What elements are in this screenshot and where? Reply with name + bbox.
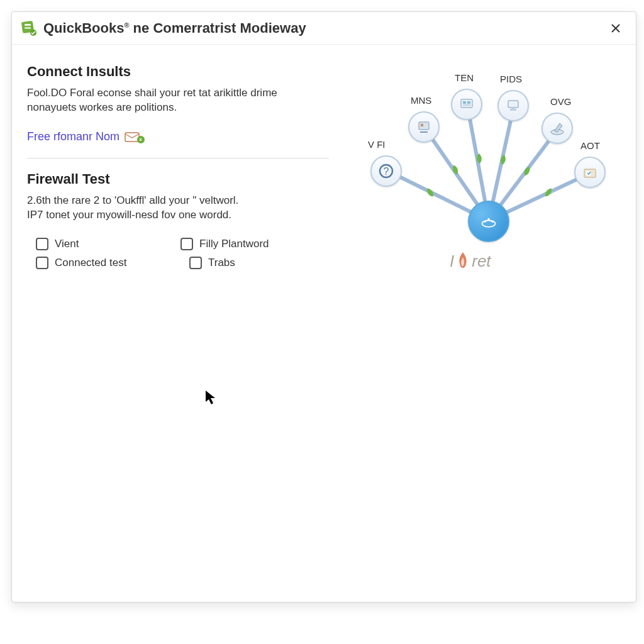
dialog-window: QuickBooks® ne Comerratrist Modieway Con… [11,11,636,602]
title-prefix: QuickBooks [43,20,124,36]
section1-title: Connect Insults [27,64,329,80]
svg-rect-16 [419,122,429,130]
section2-desc: 2.6th the rare 2 to 'Oukffl' alld your "… [27,194,329,223]
checkbox-icon[interactable] [180,238,193,250]
svg-rect-17 [461,99,472,108]
dialog-body: Connect Insults Fool.DO Foral econse sha… [12,45,636,305]
node-vfi: ? [370,155,402,187]
free-link-text[interactable]: Free rfomanr Nom [27,130,119,143]
section2-desc-line2: IP7 tonet your myowill-nesd fov one word… [27,209,231,221]
free-link-row[interactable]: Free rfomanr Nom [27,130,329,144]
section2-desc-line1: 2.6th the rare 2 to 'Oukffl' alld your "… [27,194,238,206]
svg-rect-4 [125,133,139,142]
svg-rect-1 [25,24,31,26]
svg-text:?: ? [384,166,389,177]
svg-rect-23 [512,108,514,109]
cursor-icon [204,389,217,406]
node-label-pids: PIDS [500,74,522,84]
svg-rect-18 [463,101,466,104]
checkbox-label: Trabs [208,257,235,269]
flame-icon [455,251,470,271]
node-ten [451,89,482,120]
checkbox-icon[interactable] [189,257,202,269]
divider [27,158,329,158]
window-title: QuickBooks® ne Comerratrist Modieway [43,20,306,36]
node-label-ovg: OVG [550,96,571,107]
network-diagram: ? V FI MNS TEN PIDS [357,57,621,290]
close-button[interactable] [604,17,627,40]
checkbox-trabs[interactable]: Trabs [189,257,235,269]
leaf-icon [497,153,510,167]
titlebar: QuickBooks® ne Comerratrist Modieway [12,12,636,45]
brand-logo: I ret [450,251,491,271]
checkbox-label: Connected test [55,257,126,269]
leaf-icon [473,152,486,165]
brand-suffix: ret [472,252,491,271]
node-mns [408,111,440,143]
checkbox-icon[interactable] [36,238,48,250]
right-column: ? V FI MNS TEN PIDS [329,64,621,290]
left-column: Connect Insults Fool.DO Foral econse sha… [27,64,329,290]
svg-rect-21 [508,101,518,108]
node-label-aot: AOT [580,140,600,151]
svg-rect-20 [463,104,470,106]
section1-desc: Fool.DO Foral econse shail your ret tat … [27,86,329,115]
node-ovg [541,113,573,144]
stamp-icon [125,130,146,144]
node-label-ten: TEN [455,72,474,83]
checkbox-vient[interactable]: Vient [36,238,180,250]
section2-title: Firewall Test [27,171,329,187]
hub-node [468,201,509,242]
svg-point-13 [487,218,490,221]
brand-prefix: I [450,252,454,271]
checkbox-label: Filly Plantword [199,238,269,250]
checkbox-icon[interactable] [36,257,48,269]
svg-rect-19 [467,101,470,104]
checkbox-group: Vient Filly Plantword Connec [36,238,329,269]
checkbox-filly-plantword[interactable]: Filly Plantword [180,238,269,250]
app-icon [21,20,37,36]
checkbox-label: Vient [55,238,79,250]
node-label-mns: MNS [411,95,431,106]
svg-rect-2 [25,27,31,29]
node-pids [497,90,529,121]
node-label-vfi: V FI [368,139,386,150]
title-suffix: ne Comerratrist Modieway [129,20,306,36]
svg-point-12 [482,220,496,227]
node-aot [574,157,606,188]
checkbox-connected-test[interactable]: Connected test [36,257,180,269]
